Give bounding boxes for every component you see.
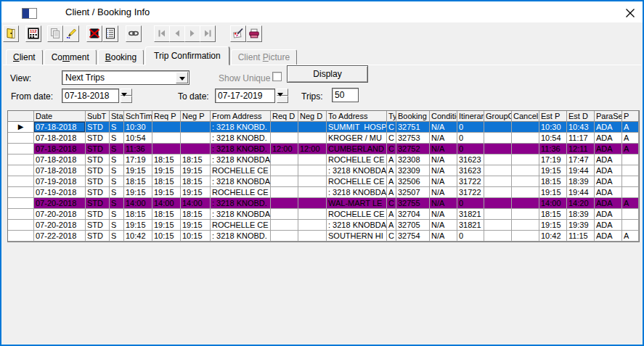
grid-cell: 07-19-2018 — [34, 176, 86, 187]
column-header-req-p[interactable]: Req P — [152, 111, 181, 122]
grid-cell: : 3218 KNOBDA — [211, 209, 271, 220]
grid-cell: 17:47 — [567, 155, 595, 165]
table-row[interactable]: 07-20-2018STDS14:0014:0014:00: 3218 KNOB… — [8, 198, 639, 209]
table-row[interactable]: 07-18-2018STDS10:54: 3218 KNOBD.KROGER /… — [8, 133, 639, 144]
column-header-to-address[interactable]: To Address — [327, 111, 387, 122]
table-row[interactable]: 07-22-2018STDS10:4210:1510:15: 3218 KNOB… — [8, 231, 639, 242]
row-selector[interactable] — [8, 165, 34, 176]
column-header-cancel[interactable]: Cancel — [512, 111, 539, 122]
tab-trip-confirmation[interactable]: Trip Confirmation — [145, 46, 229, 65]
column-header-est-d[interactable]: Est D — [567, 111, 595, 122]
grid-cell: 18:15 — [539, 209, 567, 220]
nav-prev-button[interactable] — [169, 25, 185, 42]
display-button[interactable]: Display — [287, 65, 368, 83]
grid-cell: SOUTHERN HI — [327, 231, 387, 242]
column-header-booking[interactable]: Booking — [396, 111, 430, 122]
from-date-input[interactable] — [62, 88, 119, 103]
tab-client[interactable]: Client — [6, 49, 43, 65]
link-button[interactable] — [126, 25, 142, 42]
grid-cell — [298, 198, 327, 209]
to-date-input[interactable] — [215, 88, 275, 103]
exit-button[interactable] — [3, 25, 19, 42]
print-button[interactable] — [246, 25, 262, 42]
row-selector[interactable] — [8, 231, 34, 242]
column-header-from-address[interactable]: From Address — [211, 111, 271, 122]
row-selector[interactable] — [8, 187, 34, 198]
table-row[interactable]: 07-20-2018STDS19:1519:1519:15ROCHELLE CE… — [8, 220, 639, 231]
grid-cell: 10:54 — [124, 133, 152, 144]
grid-cell: : 3218 KNOBDA — [211, 176, 271, 187]
spinner-down-icon[interactable] — [121, 96, 132, 103]
row-selector[interactable] — [8, 133, 34, 144]
chevron-down-icon[interactable] — [176, 72, 188, 83]
grid-cell: ADA — [595, 220, 622, 231]
delete-button[interactable] — [86, 25, 102, 42]
tab-booking[interactable]: Booking — [98, 49, 144, 65]
grid-cell — [484, 187, 512, 198]
to-date-spinner[interactable] — [277, 88, 288, 103]
booking-code-icon: 112 — [28, 28, 39, 39]
grid-cell: A — [387, 187, 396, 198]
column-header-req-d[interactable]: Req D — [271, 111, 298, 122]
column-header-p[interactable]: P — [622, 111, 639, 122]
column-header-parase[interactable]: ParaSe — [595, 111, 622, 122]
tab-comment[interactable]: Comment — [44, 49, 97, 65]
column-header-condition[interactable]: Condition — [430, 111, 457, 122]
column-header-neg-p[interactable]: Neg P — [181, 111, 211, 122]
row-selector[interactable] — [8, 198, 34, 209]
row-selector[interactable]: ▶ — [8, 122, 34, 133]
column-header-subt[interactable]: SubT — [86, 111, 110, 122]
booking-code-button[interactable]: 112 — [25, 25, 41, 42]
table-row[interactable]: 07-19-2018STDS19:1519:1519:15ROCHELLE CE… — [8, 187, 639, 198]
column-header-groupc[interactable]: GroupC — [484, 111, 512, 122]
from-date-spinner[interactable] — [121, 88, 132, 103]
nav-next-button[interactable] — [184, 25, 200, 42]
column-header-stat[interactable]: Stat — [110, 111, 124, 122]
grid-cell: STD — [86, 220, 110, 231]
grid-cell: 19:15 — [539, 220, 567, 231]
edit-button[interactable] — [63, 25, 79, 42]
grid-cell: : 3218 KNOBD. — [211, 231, 271, 242]
signature-button[interactable] — [230, 25, 246, 42]
table-row[interactable]: 07-19-2018STDS18:1518:1518:15: 3218 KNOB… — [8, 176, 639, 187]
grid-cell: 0 — [457, 122, 484, 133]
column-header-ty[interactable]: Ty — [387, 111, 396, 122]
grid-cell: ADA — [595, 155, 622, 165]
print-icon — [248, 28, 260, 39]
view-dropdown-value: Next Trips — [65, 73, 105, 83]
row-selector[interactable] — [8, 209, 34, 220]
table-row[interactable]: 07-18-2018STDS17:1918:1518:15: 3218 KNOB… — [8, 155, 639, 165]
grid-cell — [622, 176, 639, 187]
column-header-schtime[interactable]: SchTime — [124, 111, 152, 122]
close-icon[interactable] — [624, 7, 636, 19]
grid-cell: 32705 — [396, 220, 430, 231]
column-header-est-p[interactable]: Est P — [539, 111, 567, 122]
row-selector[interactable] — [8, 176, 34, 187]
column-header-neg-d[interactable]: Neg D — [298, 111, 327, 122]
spinner-down-icon[interactable] — [277, 96, 288, 103]
table-row[interactable]: 07-20-2018STDS18:1518:1518:15: 3218 KNOB… — [8, 209, 639, 220]
row-selector[interactable] — [8, 144, 34, 155]
nav-prev-icon — [171, 28, 183, 39]
nav-first-button[interactable] — [154, 25, 170, 42]
trips-input[interactable] — [332, 88, 359, 102]
row-selector[interactable] — [8, 155, 34, 165]
table-row[interactable]: 07-18-2018STDS19:1519:1519:15ROCHELLE CE… — [8, 165, 639, 176]
show-unique-checkbox[interactable] — [272, 72, 282, 81]
window-title: Client / Booking Info — [65, 7, 150, 17]
nav-last-button[interactable] — [200, 25, 216, 42]
table-row[interactable]: ▶07-18-2018STDS10:30: 3218 KNOBD.SUMMIT … — [8, 122, 639, 133]
grid-cell: 14:20 — [567, 198, 595, 209]
grid-cell: 10:42 — [539, 231, 567, 242]
column-header-date[interactable]: Date — [34, 111, 86, 122]
table-row[interactable]: 07-18-2018STDS11:36: 3218 KNOBD.12:0012:… — [8, 144, 639, 155]
copy-button[interactable] — [47, 25, 63, 42]
grid-cell: 32506 — [396, 176, 430, 187]
view-dropdown[interactable]: Next Trips — [62, 70, 189, 85]
grid-cell — [298, 231, 327, 242]
tab-client-picture[interactable]: Client Picture — [231, 49, 297, 65]
grid-cell: ROCHELLE CE — [327, 155, 387, 165]
column-header-itinerary[interactable]: Itinerary — [457, 111, 484, 122]
row-selector[interactable] — [8, 220, 34, 231]
trip-list-button[interactable] — [102, 25, 118, 42]
